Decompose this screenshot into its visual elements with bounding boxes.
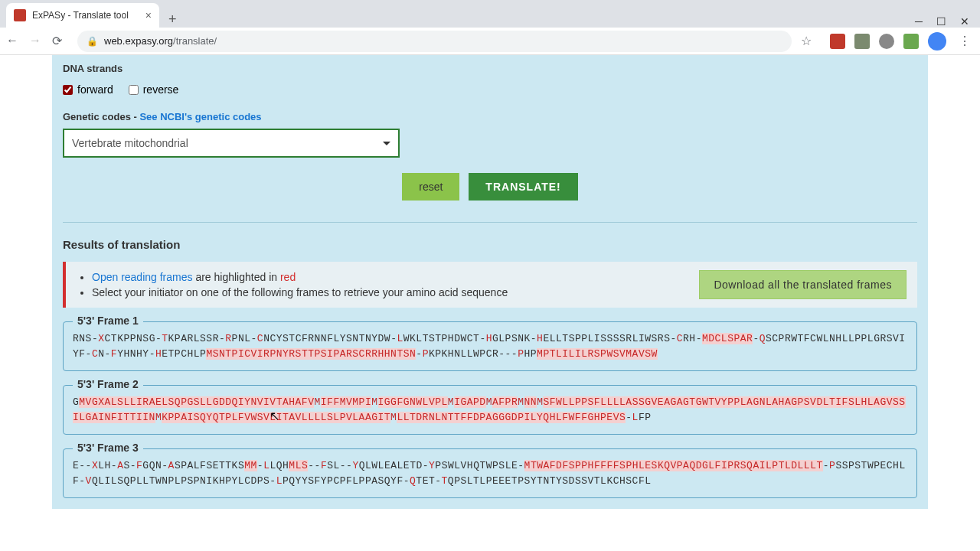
frame-3: 5'3' Frame 3 E--XLH-AS-FGQN-ASPALFSETTKS… <box>63 448 917 498</box>
extension-icon[interactable] <box>903 34 919 49</box>
close-window-button[interactable]: ✕ <box>960 15 969 28</box>
info-bar: Open reading frames are highlighted in r… <box>63 262 917 308</box>
frame-3-sequence[interactable]: E--XLH-AS-FGQN-ASPALFSETTKSMM-LLQHMLS--F… <box>73 458 907 488</box>
frame-1-title: 5'3' Frame 1 <box>73 315 143 327</box>
reverse-checkbox[interactable] <box>129 85 139 95</box>
extension-icon[interactable] <box>854 34 870 49</box>
translate-button[interactable]: TRANSLATE! <box>469 173 577 201</box>
star-icon[interactable]: ☆ <box>801 34 812 48</box>
frame-1-sequence[interactable]: RNS-XCTKPPNSG-TKPARLSSR-RPNL-CNCYSTCFRNN… <box>73 331 907 361</box>
extension-icon[interactable] <box>879 34 894 49</box>
chevron-down-icon <box>383 142 390 145</box>
lock-icon: 🔒 <box>87 36 98 47</box>
download-button[interactable]: Download all the translated frames <box>699 270 906 299</box>
maximize-button[interactable]: ☐ <box>936 15 946 28</box>
forward-button[interactable]: → <box>29 34 41 48</box>
extension-icon[interactable] <box>830 34 845 49</box>
close-icon[interactable]: × <box>145 9 152 21</box>
orf-link[interactable]: Open reading frames <box>92 271 193 283</box>
tab-title: ExPASy - Translate tool <box>32 10 139 21</box>
results-header: Results of translation <box>63 233 917 262</box>
genetic-codes-label: Genetic codes - See NCBI's genetic codes <box>63 105 917 129</box>
back-button[interactable]: ← <box>6 34 18 48</box>
initiator-info: Select your initiator on one of the foll… <box>92 285 508 300</box>
address-bar[interactable]: 🔒 web.expasy.org/translate/ <box>77 31 792 52</box>
reset-button[interactable]: reset <box>402 173 459 201</box>
browser-tab[interactable]: ExPASy - Translate tool × <box>6 3 159 28</box>
reload-button[interactable]: ⟳ <box>52 34 62 48</box>
genetic-code-select[interactable]: Vertebrate mitochondrial <box>63 129 400 158</box>
forward-checkbox[interactable] <box>63 85 73 95</box>
frame-2-sequence[interactable]: GMVGXALSLLIRAELSQPGSLLGDDQIYNVIVTAHAFVMI… <box>73 395 907 425</box>
user-avatar[interactable] <box>928 32 946 51</box>
menu-icon[interactable]: ⋮ <box>956 34 974 48</box>
orf-info: Open reading frames are highlighted in r… <box>92 269 508 285</box>
strands-label: DNA strands <box>63 55 917 79</box>
ncbi-link[interactable]: See NCBI's genetic codes <box>139 111 261 122</box>
forward-option[interactable]: forward <box>63 83 113 96</box>
tab-favicon <box>14 9 26 21</box>
divider <box>63 222 917 223</box>
frame-1: 5'3' Frame 1 RNS-XCTKPPNSG-TKPARLSSR-RPN… <box>63 321 917 371</box>
frame-2: 5'3' Frame 2 GMVGXALSLLIRAELSQPGSLLGDDQI… <box>63 385 917 435</box>
frame-2-title: 5'3' Frame 2 <box>73 378 143 390</box>
url-text: web.expasy.org/translate/ <box>104 35 217 47</box>
reverse-option[interactable]: reverse <box>129 83 179 96</box>
frame-3-title: 5'3' Frame 3 <box>73 442 143 454</box>
new-tab-button[interactable]: + <box>159 11 186 28</box>
minimize-button[interactable]: ─ <box>915 15 923 28</box>
